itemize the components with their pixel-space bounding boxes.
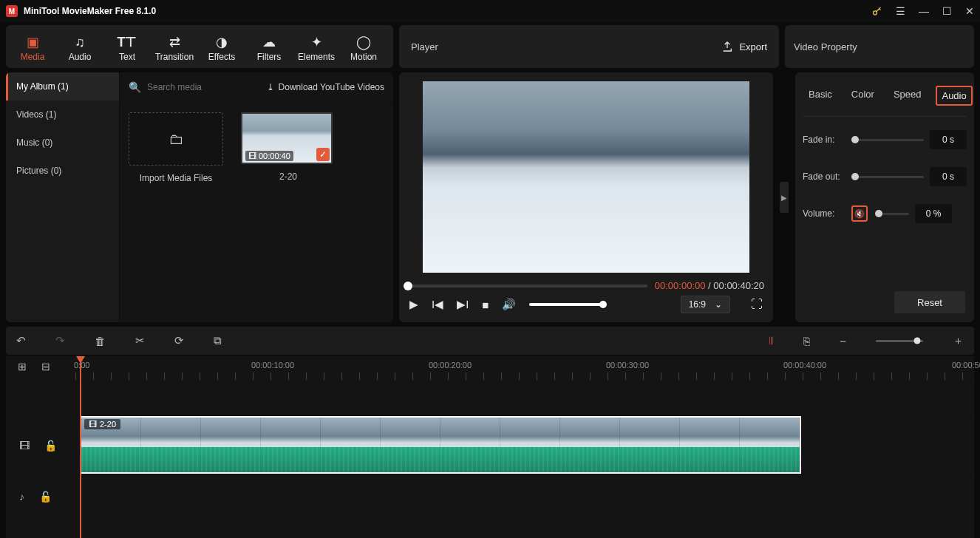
search-icon: 🔍 [129, 81, 141, 93]
fade-in-value[interactable]: 0 s [930, 130, 967, 149]
volume-slider[interactable] [529, 303, 603, 306]
timeline: ⊞ ⊟ 0:00 00:00:10:00 00:00:20:00 00:00:3… [6, 356, 974, 538]
player-header: Player Export [399, 25, 779, 68]
tab-filters[interactable]: ☁Filters [245, 30, 293, 64]
transition-icon: ⇄ [151, 33, 198, 52]
thumbnail-duration: 🎞00:00:40 [245, 151, 293, 161]
volume-label: Volume: [803, 208, 845, 219]
clip-name-tag: 🎞2-20 [84, 419, 120, 429]
mute-toggle-button[interactable]: 🔇 [851, 205, 868, 222]
prop-tab-color[interactable]: Color [847, 86, 879, 106]
next-frame-button[interactable]: ▶I [457, 298, 469, 311]
volume-icon[interactable]: 🔊 [502, 298, 516, 311]
ruler-mark: 00:00:30:00 [606, 361, 649, 370]
video-track-icon[interactable]: 🎞 [19, 440, 30, 452]
play-button[interactable]: ▶ [409, 298, 418, 311]
media-library: My Album (1) Videos (1) Music (0) Pictur… [6, 72, 393, 322]
tab-text[interactable]: T⊤Text [103, 30, 151, 64]
ruler-mark: 0:00 [74, 361, 89, 370]
thumbnail-label: 2-20 [241, 171, 336, 182]
prop-tab-audio[interactable]: Audio [936, 86, 972, 106]
video-track: 🎞 🔓 🎞2-20 [6, 415, 974, 474]
cat-music[interactable]: Music (0) [6, 129, 119, 157]
cat-videos[interactable]: Videos (1) [6, 101, 119, 129]
audio-track: ♪ 🔓 [6, 474, 974, 517]
lock-audio-track-icon[interactable]: 🔓 [39, 491, 52, 503]
fade-in-slider[interactable] [851, 139, 924, 141]
cloud-download-icon: ⤓ [267, 82, 274, 92]
timeline-toolbar: ↶ ↷ 🗑 ✂ ⟳ ⧉ ⫴ ⎘ − ＋ [6, 327, 974, 355]
title-bar: M MiniTool MovieMaker Free 8.1.0 ☰ — ☐ ✕ [0, 0, 980, 22]
import-media-button[interactable]: 🗀 [129, 112, 223, 166]
cat-my-album[interactable]: My Album (1) [6, 72, 119, 101]
property-panel: Basic Color Speed Audio Fade in: 0 s Fad… [795, 72, 974, 322]
import-media-label: Import Media Files [129, 173, 223, 183]
delete-button[interactable]: 🗑 [95, 335, 106, 347]
app-logo: M [6, 5, 18, 17]
tab-effects[interactable]: ◑Effects [198, 30, 245, 64]
link-toggle[interactable]: ⎘ [803, 335, 810, 347]
export-icon [721, 41, 733, 52]
tab-elements[interactable]: ✦Elements [293, 30, 340, 64]
clip-volume-slider[interactable] [875, 213, 909, 215]
close-icon[interactable]: ✕ [965, 5, 974, 17]
fade-out-slider[interactable] [851, 176, 924, 178]
tab-motion[interactable]: ◯Motion [340, 30, 387, 64]
speaker-mute-icon: 🔇 [854, 209, 865, 219]
zoom-in-button[interactable]: ＋ [953, 334, 964, 348]
speed-button[interactable]: ⟳ [174, 334, 184, 347]
zoom-slider[interactable] [876, 340, 923, 342]
folder-icon: ▣ [9, 33, 56, 52]
media-categories: My Album (1) Videos (1) Music (0) Pictur… [6, 72, 120, 322]
crop-button[interactable]: ⧉ [214, 334, 222, 347]
tab-audio[interactable]: ♫Audio [56, 30, 103, 64]
remove-track-button[interactable]: ⊟ [41, 361, 50, 372]
volume-value[interactable]: 0 % [915, 204, 952, 223]
menu-icon[interactable]: ☰ [896, 5, 905, 17]
fade-in-label: Fade in: [803, 134, 845, 145]
timeline-clip[interactable]: 🎞2-20 [80, 416, 801, 474]
split-button[interactable]: ✂ [135, 334, 145, 347]
tab-transition[interactable]: ⇄Transition [151, 30, 198, 64]
aspect-ratio-dropdown[interactable]: 16:9 ⌄ [681, 296, 730, 313]
fullscreen-button[interactable]: ⛶ [751, 298, 763, 311]
stop-button[interactable]: ■ [482, 299, 489, 311]
timeline-playhead[interactable] [80, 356, 81, 538]
snap-toggle[interactable]: ⫴ [769, 334, 774, 347]
property-header: Video Property [785, 25, 974, 68]
zoom-out-button[interactable]: − [840, 335, 846, 347]
ruler-mark: 00:00:20:00 [429, 361, 472, 370]
video-preview[interactable] [423, 81, 749, 273]
redo-button[interactable]: ↷ [55, 334, 65, 347]
fade-out-label: Fade out: [803, 171, 845, 182]
audio-track-icon[interactable]: ♪ [19, 491, 24, 503]
export-button[interactable]: Export [721, 41, 767, 52]
prop-tab-speed[interactable]: Speed [889, 86, 926, 106]
prop-tab-basic[interactable]: Basic [804, 86, 837, 106]
tab-media[interactable]: ▣Media [9, 30, 56, 64]
reset-button[interactable]: Reset [894, 291, 965, 313]
motion-icon: ◯ [340, 33, 387, 52]
cat-pictures[interactable]: Pictures (0) [6, 157, 119, 185]
property-title: Video Property [794, 41, 857, 52]
maximize-icon[interactable]: ☐ [942, 5, 952, 17]
add-track-button[interactable]: ⊞ [18, 361, 27, 372]
upgrade-key-icon[interactable] [871, 6, 882, 17]
minimize-icon[interactable]: — [919, 5, 929, 17]
ruler-mark: 00:00:10:00 [251, 361, 294, 370]
seek-bar[interactable] [408, 285, 647, 287]
download-youtube-link[interactable]: ⤓ Download YouTube Videos [267, 82, 384, 92]
timeline-ruler[interactable]: ⊞ ⊟ 0:00 00:00:10:00 00:00:20:00 00:00:3… [6, 356, 974, 383]
media-thumbnail[interactable]: 🎞00:00:40 ✓ [241, 112, 333, 164]
text-icon: T⊤ [103, 33, 151, 52]
search-input[interactable] [147, 82, 261, 92]
undo-button[interactable]: ↶ [16, 334, 26, 347]
ruler-mark: 00:00:40:00 [783, 361, 826, 370]
panel-collapse-grip[interactable]: ▶ [779, 72, 789, 322]
main-tabs: ▣Media ♫Audio T⊤Text ⇄Transition ◑Effect… [6, 25, 393, 68]
prev-frame-button[interactable]: I◀ [432, 298, 443, 311]
filters-icon: ☁ [245, 33, 293, 52]
fade-out-value[interactable]: 0 s [930, 167, 967, 186]
folder-plus-icon: 🗀 [169, 131, 183, 148]
lock-track-icon[interactable]: 🔓 [44, 440, 57, 452]
